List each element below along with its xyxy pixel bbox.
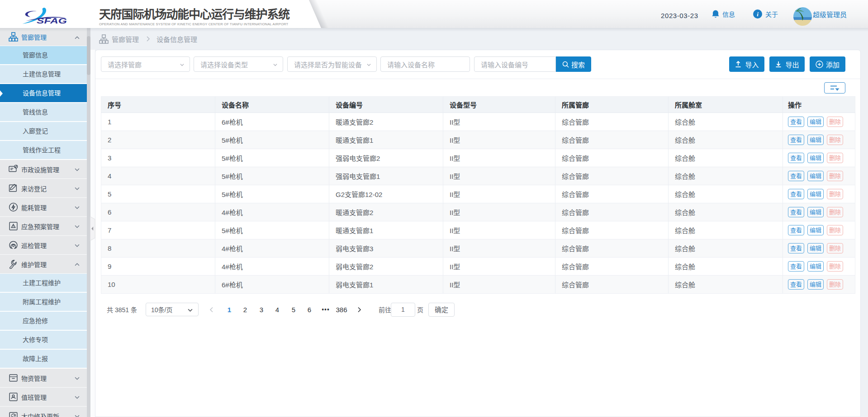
svg-text:SFAG: SFAG [37,17,67,25]
svg-text:i: i [757,11,759,18]
